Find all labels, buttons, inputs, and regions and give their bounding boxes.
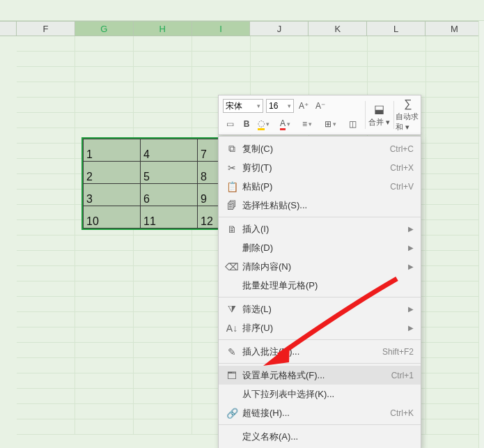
- cell[interactable]: [17, 358, 75, 373]
- autosum-button[interactable]: ∑ 自动求和 ▾: [396, 95, 421, 134]
- cell[interactable]: [75, 343, 134, 358]
- cell[interactable]: [426, 52, 484, 67]
- cell[interactable]: [426, 251, 484, 266]
- cell[interactable]: [17, 266, 75, 281]
- format-painter-icon[interactable]: ▭: [223, 117, 237, 131]
- decrease-font-icon[interactable]: A⁻: [313, 99, 327, 113]
- cell[interactable]: [309, 52, 368, 67]
- cell[interactable]: [426, 419, 484, 435]
- column-header-L[interactable]: L: [367, 22, 426, 36]
- cell[interactable]: [75, 36, 134, 52]
- cell[interactable]: [426, 235, 484, 251]
- cell[interactable]: [75, 52, 134, 67]
- cell[interactable]: [17, 128, 75, 144]
- menu-item[interactable]: 从下拉列表中选择(K)...: [219, 385, 421, 403]
- cell[interactable]: [426, 327, 484, 343]
- cell[interactable]: [426, 144, 484, 159]
- cell[interactable]: [426, 373, 484, 389]
- cell[interactable]: [426, 281, 484, 297]
- cell[interactable]: [75, 266, 134, 281]
- cell[interactable]: [17, 404, 75, 419]
- cell[interactable]: [17, 113, 75, 128]
- cell[interactable]: [426, 297, 484, 312]
- cell[interactable]: [17, 174, 75, 190]
- cell[interactable]: [426, 343, 484, 358]
- cell[interactable]: [192, 52, 251, 67]
- cell[interactable]: [134, 52, 192, 67]
- font-size-selector[interactable]: 16▾: [266, 99, 294, 113]
- cell[interactable]: [426, 82, 484, 98]
- cell[interactable]: [134, 389, 192, 404]
- cell[interactable]: [134, 235, 192, 251]
- menu-item[interactable]: 定义名称(A)...: [219, 427, 421, 446]
- menu-item[interactable]: 🗎插入(I)▶: [219, 219, 421, 238]
- menu-item[interactable]: A↓排序(U)▶: [219, 318, 421, 337]
- cell[interactable]: [75, 404, 134, 419]
- cell[interactable]: [17, 205, 75, 220]
- cell[interactable]: [75, 113, 134, 128]
- cell[interactable]: [134, 113, 192, 128]
- cell[interactable]: [426, 67, 484, 82]
- cell[interactable]: [426, 220, 484, 235]
- font-selector[interactable]: 宋体▾: [223, 99, 263, 113]
- cell[interactable]: [134, 266, 192, 281]
- cell[interactable]: [426, 113, 484, 128]
- cell[interactable]: [17, 389, 75, 404]
- cell[interactable]: [426, 159, 484, 174]
- bold-icon[interactable]: B: [240, 117, 253, 131]
- cell[interactable]: [17, 82, 75, 98]
- cell[interactable]: [426, 190, 484, 205]
- cell[interactable]: [17, 373, 75, 389]
- cell[interactable]: [426, 389, 484, 404]
- table-cell[interactable]: 5: [141, 162, 198, 184]
- cell[interactable]: [134, 312, 192, 327]
- cell[interactable]: [17, 190, 75, 205]
- fill-color-icon[interactable]: ◌▾: [256, 117, 276, 131]
- cell[interactable]: [75, 251, 134, 266]
- cell[interactable]: [75, 312, 134, 327]
- table-cell[interactable]: 1: [84, 139, 141, 162]
- cell[interactable]: [368, 36, 426, 52]
- cell[interactable]: [134, 82, 192, 98]
- cell[interactable]: [192, 36, 251, 52]
- menu-item[interactable]: ✂剪切(T)Ctrl+X: [219, 158, 421, 177]
- cell[interactable]: [134, 297, 192, 312]
- cell[interactable]: [17, 419, 75, 435]
- cell[interactable]: [309, 67, 368, 82]
- cell[interactable]: [134, 419, 192, 435]
- cell[interactable]: [17, 144, 75, 159]
- column-header-G[interactable]: G: [75, 22, 134, 36]
- column-header-J[interactable]: J: [250, 22, 309, 36]
- cell[interactable]: [426, 266, 484, 281]
- cell[interactable]: [17, 98, 75, 113]
- column-header-H[interactable]: H: [134, 22, 192, 36]
- format-icon[interactable]: ◫: [345, 117, 359, 131]
- menu-item[interactable]: 📋粘贴(P)Ctrl+V: [219, 177, 421, 196]
- cell[interactable]: [17, 312, 75, 327]
- table-cell[interactable]: 2: [84, 162, 141, 184]
- cell[interactable]: [426, 312, 484, 327]
- cell[interactable]: [17, 159, 75, 174]
- menu-item[interactable]: ⧉复制(C)Ctrl+C: [219, 139, 421, 158]
- cell[interactable]: [426, 128, 484, 144]
- cell[interactable]: [17, 52, 75, 67]
- cell[interactable]: [75, 327, 134, 343]
- cell[interactable]: [134, 36, 192, 52]
- cell[interactable]: [17, 251, 75, 266]
- menu-item[interactable]: ⌫清除内容(N)▶: [219, 257, 421, 276]
- cell[interactable]: [134, 281, 192, 297]
- cell[interactable]: [134, 98, 192, 113]
- cell[interactable]: [426, 36, 484, 52]
- column-header-I[interactable]: I: [192, 22, 251, 36]
- cell[interactable]: [192, 67, 251, 82]
- increase-font-icon[interactable]: A⁺: [297, 99, 311, 113]
- cell[interactable]: [134, 67, 192, 82]
- cell[interactable]: [426, 404, 484, 419]
- cell[interactable]: [75, 389, 134, 404]
- cell[interactable]: [75, 235, 134, 251]
- menu-item[interactable]: 🗔设置单元格格式(F)...Ctrl+1: [219, 366, 421, 385]
- cell[interactable]: [134, 373, 192, 389]
- cell[interactable]: [17, 343, 75, 358]
- cell[interactable]: [17, 36, 75, 52]
- table-cell[interactable]: 11: [141, 206, 198, 229]
